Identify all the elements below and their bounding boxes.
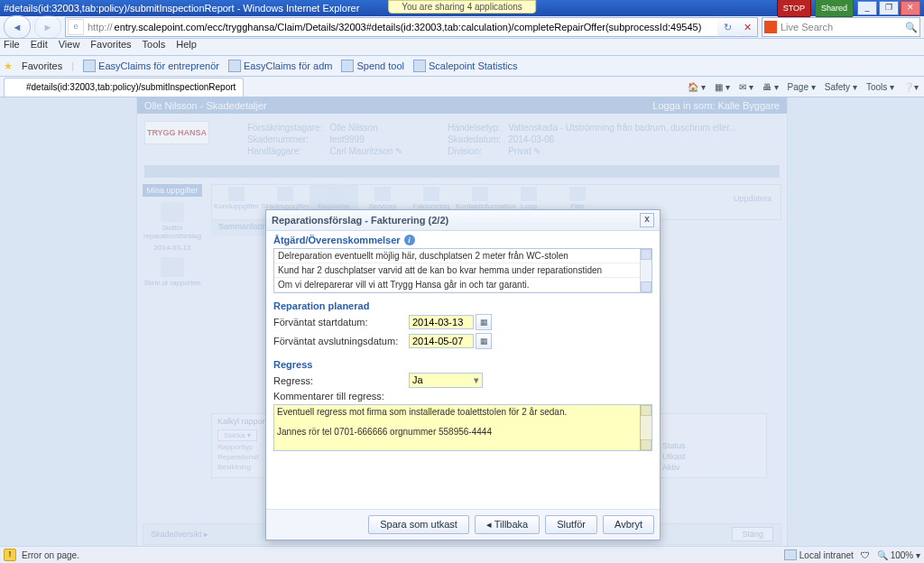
menu-favorites[interactable]: Favorites bbox=[90, 39, 131, 55]
cancel-button[interactable]: Avbryt bbox=[603, 515, 654, 534]
protected-mode-icon[interactable]: 🛡 bbox=[861, 550, 870, 560]
warning-icon[interactable]: ! bbox=[4, 549, 16, 561]
window-title: #details(id:32003,tab:policy)/submitInsp… bbox=[4, 0, 359, 16]
refresh-button[interactable]: ↻ bbox=[717, 18, 737, 36]
favorites-star-icon[interactable]: ★ bbox=[4, 60, 13, 72]
ie-menu-bar: File Edit View Favorites Tools Help bbox=[0, 39, 924, 56]
modal-close-button[interactable]: x bbox=[640, 213, 654, 227]
page-icon bbox=[83, 60, 96, 72]
back-button[interactable]: ◂ Tillbaka bbox=[475, 515, 540, 534]
save-draft-button[interactable]: Spara som utkast bbox=[368, 515, 469, 534]
menu-help[interactable]: Help bbox=[176, 39, 197, 55]
sharing-banner: You are sharing 4 applications bbox=[388, 0, 536, 14]
page-icon bbox=[413, 60, 426, 72]
zoom-level[interactable]: 🔍 100% ▾ bbox=[877, 550, 920, 560]
search-placeholder: Live Search bbox=[781, 22, 833, 32]
ie-status-bar: ! Error on page. Local intranet 🛡 🔍 100%… bbox=[0, 546, 924, 563]
minimize-button[interactable]: _ bbox=[857, 1, 877, 15]
cmd-home[interactable]: 🏠 ▾ bbox=[688, 82, 706, 92]
search-box[interactable]: Live Search 🔍 bbox=[762, 17, 920, 37]
address-bar[interactable]: e http:// ↻ ✕ bbox=[65, 17, 758, 37]
end-date-input[interactable]: 2014-05-07 bbox=[409, 334, 474, 348]
scrollbar[interactable] bbox=[640, 405, 651, 450]
page-viewport: Olle Nilsson - Skadedetaljer Logga in so… bbox=[0, 97, 924, 550]
favbar-link-0[interactable]: EasyClaims för entreprenör bbox=[83, 60, 219, 72]
regress-label: Regress: bbox=[273, 375, 409, 386]
close-button[interactable]: ✕ bbox=[901, 1, 920, 15]
search-go-button[interactable]: 🔍 bbox=[905, 22, 918, 33]
regress-select[interactable]: Ja ▾ bbox=[409, 373, 483, 388]
tab-label: #details(id:32003,tab:policy)/submitInsp… bbox=[26, 78, 236, 97]
list-item: Om vi delreparerar vill vi att Trygg Han… bbox=[274, 278, 651, 292]
section-regress-title: Regress bbox=[273, 359, 652, 370]
ie-command-bar: 🏠 ▾ ▦ ▾ ✉ ▾ 🖶 ▾ Page ▾ Safety ▾ Tools ▾ … bbox=[688, 82, 924, 92]
tab-favicon-icon bbox=[12, 82, 23, 93]
sharing-shared-pill: Shared bbox=[815, 0, 854, 17]
menu-view[interactable]: View bbox=[59, 39, 80, 55]
restore-button[interactable]: ❐ bbox=[879, 1, 899, 15]
favorites-bar: ★ Favorites | EasyClaims för entreprenör… bbox=[0, 56, 924, 77]
regress-value: Ja bbox=[412, 374, 423, 386]
regress-comment-textarea[interactable]: Eventuell regress mot firma som installe… bbox=[273, 404, 652, 451]
finish-button[interactable]: Slutför bbox=[545, 515, 597, 534]
regress-comment-label: Kommentarer till regress: bbox=[273, 391, 384, 401]
scrollbar[interactable] bbox=[640, 249, 651, 292]
browser-tab[interactable]: #details(id:32003,tab:policy)/submitInsp… bbox=[4, 78, 244, 97]
end-date-label: Förväntat avslutningsdatum: bbox=[273, 336, 409, 346]
modal-button-bar: Spara som utkast ◂ Tillbaka Slutför Avbr… bbox=[266, 509, 660, 540]
info-icon[interactable]: i bbox=[404, 235, 415, 245]
cmd-help[interactable]: ❔▾ bbox=[903, 82, 919, 92]
page-icon bbox=[228, 60, 241, 72]
cmd-page[interactable]: Page ▾ bbox=[788, 82, 816, 92]
menu-file[interactable]: File bbox=[4, 39, 20, 55]
ie-nav-bar: ◄ ► e http:// ↻ ✕ Live Search 🔍 bbox=[0, 16, 924, 39]
url-protocol: http:// bbox=[86, 22, 113, 32]
cmd-tools[interactable]: Tools ▾ bbox=[866, 82, 894, 92]
start-date-label: Förväntat startdatum: bbox=[273, 317, 409, 328]
favbar-link-2[interactable]: Spend tool bbox=[341, 60, 404, 72]
modal-header: Reparationsförslag - Fakturering (2/2) x bbox=[266, 210, 660, 231]
forward-button[interactable]: ► bbox=[34, 15, 61, 39]
regress-comment-text: Eventuell regress mot firma som installe… bbox=[277, 407, 567, 437]
security-zone[interactable]: Local intranet bbox=[784, 549, 854, 560]
section-agreement-title: Åtgärd/Överenskommelser i bbox=[273, 235, 652, 245]
calendar-icon[interactable]: ▦ bbox=[476, 333, 492, 349]
chevron-down-icon: ▾ bbox=[474, 374, 479, 386]
stop-loading-button[interactable]: ✕ bbox=[737, 18, 757, 36]
sharing-stop-pill[interactable]: STOP bbox=[777, 0, 811, 17]
calendar-icon[interactable]: ▦ bbox=[476, 314, 492, 330]
repair-modal: Reparationsförslag - Fakturering (2/2) x… bbox=[265, 209, 661, 540]
favorites-label[interactable]: Favorites bbox=[22, 60, 62, 71]
cmd-mail[interactable]: ✉ ▾ bbox=[739, 82, 753, 92]
cmd-safety[interactable]: Safety ▾ bbox=[825, 82, 857, 92]
menu-edit[interactable]: Edit bbox=[31, 39, 48, 55]
page-icon bbox=[341, 60, 354, 72]
computer-icon bbox=[784, 549, 797, 560]
favbar-link-1[interactable]: EasyClaims för adm bbox=[228, 60, 332, 72]
favbar-link-3[interactable]: Scalepoint Statistics bbox=[413, 60, 517, 72]
address-input[interactable] bbox=[113, 22, 717, 32]
status-text: Error on page. bbox=[22, 550, 79, 560]
menu-tools[interactable]: Tools bbox=[143, 39, 166, 55]
modal-title: Reparationsförslag - Fakturering (2/2) bbox=[272, 215, 448, 226]
page-favicon-icon: e bbox=[68, 19, 84, 35]
cmd-feed[interactable]: ▦ ▾ bbox=[715, 82, 730, 92]
list-item: Delreparation eventuellt möjlig här, dus… bbox=[274, 249, 651, 263]
start-date-input[interactable]: 2014-03-13 bbox=[409, 315, 474, 329]
cmd-print[interactable]: 🖶 ▾ bbox=[762, 82, 779, 92]
search-provider-icon bbox=[764, 21, 777, 33]
ie-tab-row: #details(id:32003,tab:policy)/submitInsp… bbox=[0, 77, 924, 97]
back-button[interactable]: ◄ bbox=[4, 15, 31, 39]
list-item: Kund har 2 duschplatser varvid att de ka… bbox=[274, 263, 651, 278]
section-planned-title: Reparation planerad bbox=[273, 300, 652, 311]
agreement-listbox[interactable]: Delreparation eventuellt möjlig här, dus… bbox=[273, 248, 652, 293]
